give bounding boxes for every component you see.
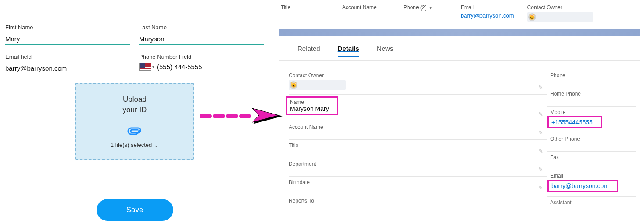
arrow-annotation [200,107,287,125]
save-button[interactable]: Save [97,199,173,221]
chevron-down-icon[interactable]: ▼ [429,5,433,10]
details-body: Contact Owner 😺 ✎ Name Maryson Mary ✎ Ac… [279,61,640,215]
edit-icon[interactable]: ✎ [538,148,543,154]
detail-email: Email barry@barryson.com [547,170,636,197]
last-name-label: Last Name [139,24,264,31]
details-right-column: Phone Home Phone Mobile +15554445555 Oth… [547,70,636,215]
flag-caret-icon[interactable]: ▾ [152,64,154,69]
attachment-icon [127,124,143,139]
tabs: Related Details News [279,36,640,61]
us-flag-icon[interactable] [139,63,151,71]
detail-assistant: Assistant [547,197,636,215]
edit-icon[interactable]: ✎ [538,129,543,136]
detail-fax: Fax [547,152,636,170]
detail-name: Name Maryson Mary ✎ [289,95,547,121]
tab-news[interactable]: News [377,45,394,57]
owner-chip[interactable]: 😺 [289,80,346,90]
detail-account-name: Account Name ✎ [289,121,547,140]
edit-icon[interactable]: ✎ [538,166,543,173]
phone-label: Phone Number Field [139,53,264,60]
header-owner: Contact Owner 😺 [527,4,593,22]
email-link[interactable]: barry@barryson.com [551,182,609,189]
highlight-annotation: barry@barryson.com [547,180,618,192]
details-left-column: Contact Owner 😺 ✎ Name Maryson Mary ✎ Ac… [289,70,547,215]
email-label: Email field [5,53,130,60]
tab-details[interactable]: Details [338,45,359,57]
detail-department: Department ✎ [289,158,547,177]
detail-phone: Phone [547,70,636,88]
header-email-link[interactable]: barry@barryson.com [461,12,514,19]
header-divider [279,29,640,36]
tab-related[interactable]: Related [297,45,320,57]
phone-input-wrap[interactable]: ▾ (555) 444-5555 [139,63,264,72]
first-name-input[interactable] [5,33,130,45]
detail-title: Title ✎ [289,140,547,158]
detail-home-phone: Home Phone [547,88,636,107]
highlight-annotation: +15554445555 [547,116,602,128]
email-field: Email field [5,53,130,74]
email-input[interactable] [5,63,130,74]
detail-reports-to: Reports To [289,195,547,213]
first-name-label: First Name [5,24,130,31]
upload-dropzone[interactable]: Upload your ID 1 file(s) selected ⌄ [75,83,194,160]
detail-other-phone: Other Phone [547,133,636,152]
edit-icon[interactable]: ✎ [538,111,543,117]
edit-icon[interactable]: ✎ [538,84,543,91]
first-name-field: First Name [5,24,130,45]
last-name-field: Last Name [139,24,264,45]
contact-record: Title Account Name Phone (2)▼ Email barr… [279,0,640,215]
detail-mobile: Mobile +15554445555 [547,107,636,133]
detail-contact-owner: Contact Owner 😺 ✎ [289,70,547,95]
phone-field: Phone Number Field ▾ (555) 444-5555 [139,53,264,74]
last-name-input[interactable] [139,33,264,45]
owner-chip[interactable]: 😺 [527,12,593,22]
avatar-icon: 😺 [290,81,297,89]
header-email: Email barry@barryson.com [461,4,514,19]
chevron-down-icon[interactable]: ⌄ [154,141,159,148]
header-account: Account Name [342,4,390,12]
highlight-annotation: Name Maryson Mary [286,96,338,115]
header-phone[interactable]: Phone (2)▼ [404,4,447,12]
file-selected-text: 1 file(s) selected ⌄ [111,141,159,148]
upload-text: Upload your ID [123,94,147,115]
mobile-link[interactable]: +15554445555 [551,119,593,126]
record-header: Title Account Name Phone (2)▼ Email barr… [279,0,640,26]
header-title: Title [281,4,329,12]
avatar-icon: 😺 [528,13,536,21]
phone-input[interactable]: (555) 444-5555 [157,63,264,71]
detail-birthdate: Birthdate ✎ [289,177,547,195]
edit-icon[interactable]: ✎ [538,185,543,191]
